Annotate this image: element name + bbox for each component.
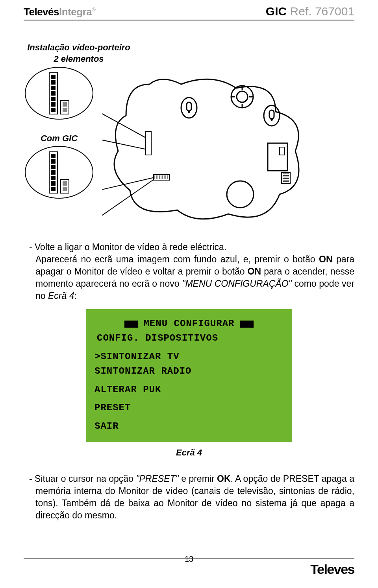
screen-menu-box: MENU CONFIGURAR CONFIG. DISPOSITIVOS >SI… xyxy=(86,309,292,442)
menu-line: SINTONIZAR RADIO xyxy=(94,365,284,378)
connector-ellipse-top xyxy=(25,67,93,120)
body-paragraph-1: - Volte a ligar o Monitor de vídeo à red… xyxy=(24,241,354,302)
header-ref: GIC Ref. 767001 xyxy=(266,5,354,18)
brand-bold: Televés xyxy=(24,6,59,18)
menu-title: MENU CONFIGURAR xyxy=(143,317,234,331)
install-title: Instalação vídeo-porteiro 2 elementos xyxy=(24,42,134,65)
cursor-block-icon xyxy=(124,321,138,328)
device-back-diagram xyxy=(102,68,307,227)
menu-line: PRESET xyxy=(94,401,284,415)
page-header: TelevésIntegra® GIC Ref. 767001 xyxy=(24,5,354,20)
body-paragraph-2: - Situar o cursor na opção "PRESET" e pr… xyxy=(24,473,354,522)
brand-reg: ® xyxy=(92,7,95,13)
svg-point-8 xyxy=(188,111,190,113)
svg-rect-22 xyxy=(146,131,151,155)
footer-logo: Televes xyxy=(310,562,354,577)
svg-point-11 xyxy=(271,118,273,121)
svg-rect-14 xyxy=(280,147,284,155)
menu-line: CONFIG. DISPOSITIVOS xyxy=(97,332,284,345)
page-footer: Televes xyxy=(24,559,354,577)
brand-logo: TelevésIntegra® xyxy=(24,6,95,18)
cursor-block-icon xyxy=(240,321,254,328)
brand-grey: Integra xyxy=(59,6,92,18)
com-gic-label: Com GIC xyxy=(24,133,94,144)
menu-line: >SINTONIZAR TV xyxy=(94,350,284,364)
menu-line: ALTERAR PUK xyxy=(94,383,284,397)
connector-ellipse-bottom xyxy=(25,146,93,199)
menu-line: SAIR xyxy=(94,420,284,433)
ref-rest: Ref. 767001 xyxy=(287,5,354,18)
screen-caption: Ecrã 4 xyxy=(24,448,354,458)
svg-rect-23 xyxy=(154,175,169,180)
ref-gic: GIC xyxy=(266,5,287,18)
diagram-area: Com GIC xyxy=(24,65,354,227)
